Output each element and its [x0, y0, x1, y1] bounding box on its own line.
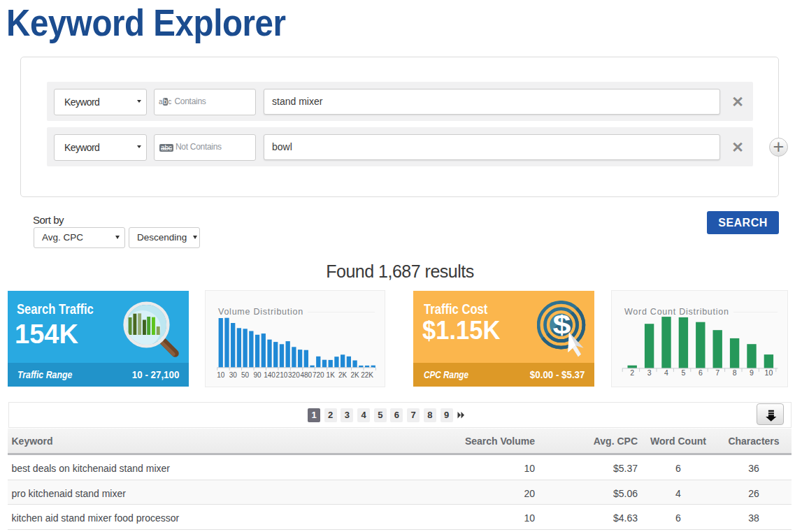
svg-text:7: 7	[715, 368, 719, 377]
svg-text:6: 6	[699, 368, 703, 377]
svg-text:$: $	[553, 310, 571, 339]
svg-text:30: 30	[229, 371, 238, 379]
svg-text:210: 210	[276, 371, 288, 379]
svg-text:1K: 1K	[327, 371, 336, 379]
svg-text:2: 2	[630, 368, 634, 377]
svg-text:4: 4	[664, 368, 668, 377]
svg-text:90: 90	[254, 371, 262, 379]
svg-text:3: 3	[647, 368, 652, 377]
svg-text:320: 320	[288, 371, 300, 379]
svg-text:8: 8	[733, 368, 737, 377]
svg-text:10: 10	[765, 368, 773, 377]
svg-text:50: 50	[241, 371, 250, 379]
svg-text:480: 480	[300, 371, 312, 379]
svg-text:9: 9	[750, 368, 754, 377]
svg-text:22K: 22K	[361, 371, 373, 379]
svg-text:10: 10	[217, 371, 225, 379]
svg-text:720: 720	[313, 371, 324, 379]
svg-text:2K: 2K	[338, 371, 348, 379]
svg-text:140: 140	[264, 371, 275, 379]
svg-text:2K: 2K	[350, 371, 359, 379]
svg-text:5: 5	[681, 368, 685, 377]
